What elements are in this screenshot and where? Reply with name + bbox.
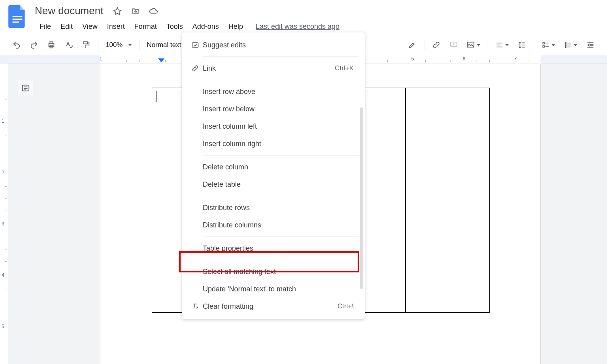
toolbar-separator [98, 40, 98, 50]
menu-insert[interactable]: Insert [102, 21, 130, 32]
zoom-value: 100% [106, 41, 123, 49]
ctx-label: Delete column [203, 163, 354, 171]
document-title[interactable]: New document [35, 4, 103, 18]
redo-button[interactable] [27, 38, 41, 52]
svg-rect-16 [543, 46, 545, 47]
chevron-down-icon [505, 44, 509, 46]
undo-button[interactable] [9, 38, 24, 52]
cloud-status-icon[interactable] [149, 6, 158, 16]
menu-file[interactable]: File [35, 21, 56, 32]
text-caret [156, 91, 156, 102]
svg-rect-4 [50, 42, 53, 44]
toolbar-separator [534, 40, 534, 50]
app-header: New document File Edit View Insert Forma… [0, 0, 607, 35]
bulleted-list-button[interactable] [561, 38, 580, 52]
link-icon [188, 64, 203, 72]
ctx-divider [203, 80, 359, 80]
zoom-select[interactable]: 100% [102, 41, 136, 49]
star-icon[interactable] [113, 6, 122, 16]
svg-point-20 [565, 44, 566, 45]
ctx-label: Distribute rows [203, 204, 354, 212]
ctx-insert-row-below[interactable]: Insert row below [182, 100, 365, 118]
toolbar-separator [424, 40, 424, 50]
ctx-label: Clear formatting [203, 302, 337, 311]
menu-format[interactable]: Format [130, 21, 162, 32]
vruler-number: 1 [2, 118, 4, 124]
context-menu-scrollbar[interactable] [360, 107, 363, 289]
decrease-indent-button[interactable] [583, 38, 598, 52]
ctx-divider [203, 260, 359, 260]
ctx-link[interactable]: Link Ctrl+K [182, 60, 365, 77]
menubar: File Edit View Insert Format Tools Add-o… [35, 21, 603, 32]
svg-rect-0 [13, 16, 23, 17]
ctx-select-matching[interactable]: Select all matching text [182, 263, 365, 280]
move-icon[interactable] [131, 6, 140, 16]
suggest-edits-icon [188, 41, 203, 49]
ctx-update-normal[interactable]: Update 'Normal text' to match [182, 280, 365, 298]
ctx-label: Insert row above [203, 88, 354, 96]
ruler-number: 6 [463, 56, 466, 62]
ctx-label: Table properties [203, 244, 354, 253]
paragraph-style-select[interactable]: Normal text [143, 41, 185, 49]
paint-format-button[interactable] [79, 38, 93, 52]
print-button[interactable] [44, 38, 58, 52]
ctx-distribute-columns[interactable]: Distribute columns [182, 216, 365, 234]
document-outline-button[interactable] [18, 81, 33, 96]
ctx-clear-formatting[interactable]: Clear formatting Ctrl+\ [182, 298, 365, 315]
menu-edit[interactable]: Edit [56, 21, 77, 32]
svg-point-21 [565, 46, 566, 47]
ruler-number: 1 [100, 56, 102, 62]
indent-marker[interactable] [158, 58, 164, 62]
svg-point-19 [565, 42, 566, 43]
menu-help[interactable]: Help [224, 21, 248, 32]
vruler-number: 2 [2, 170, 4, 175]
toolbar-separator [488, 40, 488, 50]
ruler-number: 7 [514, 56, 517, 62]
svg-rect-6 [83, 42, 88, 44]
spellcheck-button[interactable] [62, 38, 76, 52]
ctx-divider [203, 196, 359, 196]
vruler-number: 3 [2, 221, 4, 227]
ctx-divider [203, 155, 359, 156]
ctx-distribute-rows[interactable]: Distribute rows [182, 199, 365, 216]
ctx-divider [203, 56, 359, 57]
context-menu: Suggest edits Link Ctrl+K Insert row abo… [182, 32, 365, 319]
align-button[interactable] [493, 38, 512, 52]
toolbar-separator [139, 40, 139, 50]
menu-tools[interactable]: Tools [162, 21, 188, 32]
chevron-down-icon [477, 44, 481, 46]
ctx-shortcut: Ctrl+\ [337, 302, 354, 310]
ruler-number: 5 [411, 56, 414, 62]
svg-rect-15 [543, 42, 545, 44]
line-spacing-button[interactable] [515, 38, 529, 52]
ctx-suggest-edits[interactable]: Suggest edits [182, 36, 365, 54]
svg-rect-1 [13, 19, 23, 20]
ctx-shortcut: Ctrl+K [335, 64, 354, 72]
ctx-insert-row-above[interactable]: Insert row above [182, 83, 365, 100]
checklist-button[interactable] [539, 38, 558, 52]
chevron-down-icon [128, 44, 132, 46]
insert-link-button[interactable] [429, 38, 443, 52]
table-column-divider[interactable] [405, 88, 406, 312]
highlight-color-button[interactable] [405, 38, 419, 52]
ctx-delete-column[interactable]: Delete column [182, 158, 365, 176]
svg-rect-5 [50, 46, 53, 48]
docs-logo[interactable] [7, 4, 28, 29]
vruler-number: 5 [2, 324, 4, 329]
last-edit-link[interactable]: Last edit was seconds ago [256, 23, 339, 31]
vertical-ruler[interactable]: 1 2 3 4 5 [0, 64, 8, 364]
ctx-delete-table[interactable]: Delete table [182, 176, 365, 193]
ctx-table-properties[interactable]: Table properties [182, 240, 365, 257]
menu-view[interactable]: View [77, 21, 102, 32]
vruler-number: 4 [2, 272, 4, 278]
ctx-label: Link [203, 64, 335, 73]
ctx-insert-col-left[interactable]: Insert column left [182, 118, 365, 135]
clear-formatting-icon [188, 302, 203, 310]
insert-image-button[interactable] [464, 38, 483, 52]
chevron-down-icon [551, 44, 555, 46]
ctx-divider [203, 236, 359, 237]
add-comment-button[interactable] [447, 38, 461, 52]
menu-addons[interactable]: Add-ons [188, 21, 224, 32]
ctx-label: Insert row below [203, 105, 354, 113]
ctx-insert-col-right[interactable]: Insert column right [182, 135, 365, 152]
